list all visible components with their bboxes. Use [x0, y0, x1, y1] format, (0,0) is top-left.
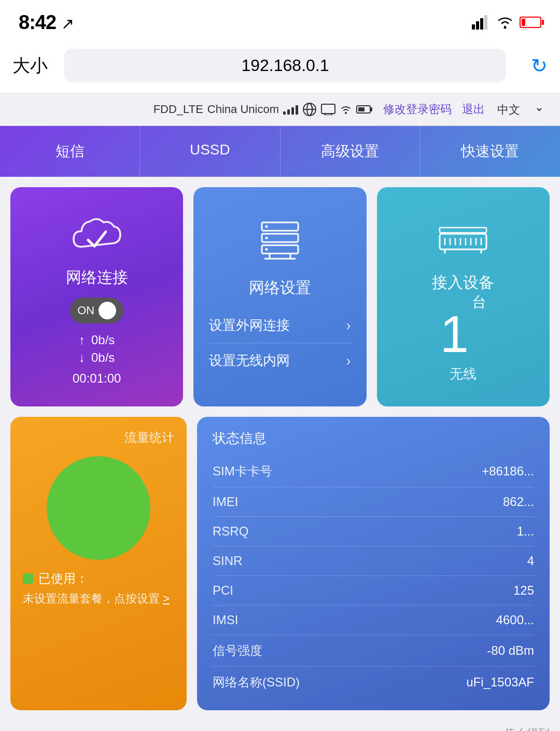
svg-point-4: [504, 26, 507, 29]
traffic-settings-link[interactable]: >: [163, 592, 170, 605]
server-icon: [254, 218, 306, 267]
status-info-title: 状态信息: [213, 429, 534, 447]
network-settings-items: 设置外网连接 › 设置无线内网 ›: [209, 308, 351, 378]
svg-point-20: [265, 237, 268, 240]
nav-tabs: 短信 USSD 高级设置 快速设置: [0, 126, 560, 177]
cards-grid: 网络连接 ON ↑ 0b/s ↓ 0b/s 00:01:00: [0, 177, 560, 417]
status-row-sim: SIM卡卡号 +86186...: [213, 456, 534, 487]
network-connection-card: 网络连接 ON ↑ 0b/s ↓ 0b/s 00:01:00: [10, 187, 183, 406]
traffic-stats-card: 流量统计 已使用： 未设置流量套餐，点按设置 >: [10, 417, 187, 710]
status-row-pci: PCI 125: [213, 576, 534, 606]
status-row-sinr: SINR 4: [213, 546, 534, 576]
status-row-imei: IMEI 862...: [213, 487, 534, 517]
upload-arrow: ↑: [79, 333, 85, 347]
traffic-note: 未设置流量套餐，点按设置 >: [23, 591, 174, 607]
carrier-info: FDD_LTE China Unicom: [153, 102, 371, 117]
toggle-circle: [99, 302, 116, 319]
wlan-settings-item[interactable]: 设置无线内网 ›: [209, 343, 351, 378]
svg-point-12: [345, 112, 347, 114]
change-password-link[interactable]: 修改登录密码: [383, 102, 452, 117]
status-rows: SIM卡卡号 +86186... IMEI 862... RSRQ 1... S…: [213, 456, 534, 698]
network-settings-card: 网络设置 设置外网连接 › 设置无线内网 ›: [193, 187, 366, 406]
svg-point-19: [265, 226, 268, 228]
svg-rect-1: [476, 21, 479, 30]
language-select[interactable]: 中文 English: [495, 103, 543, 117]
devices-count-display: 1 台: [440, 303, 487, 360]
svg-point-21: [265, 248, 268, 251]
upload-speed: ↑ 0b/s: [79, 333, 115, 347]
refresh-button[interactable]: ↻: [516, 54, 548, 77]
bottom-grid: 流量统计 已使用： 未设置流量套餐，点按设置 > 状态信息 SIM卡卡号 +86…: [0, 417, 560, 721]
devices-unit: 台: [472, 292, 486, 312]
router-device-icon: [435, 218, 492, 262]
carrier-name: China Unicom: [207, 103, 279, 116]
svg-rect-31: [440, 228, 486, 233]
status-icons: [472, 15, 541, 30]
download-arrow: ↓: [79, 350, 85, 365]
svg-rect-22: [440, 234, 486, 249]
connected-devices-title: 接入设备: [432, 272, 494, 293]
location-icon: ↗: [61, 15, 74, 32]
tab-sms[interactable]: 短信: [0, 126, 140, 177]
address-bar: 大小 192.168.0.1 ↻: [0, 41, 560, 93]
network-type: FDD_LTE: [153, 103, 203, 116]
svg-rect-8: [321, 104, 335, 114]
connection-timer: 00:01:00: [73, 371, 121, 386]
network-settings-title: 网络设置: [249, 277, 311, 299]
network-toggle[interactable]: ON: [70, 298, 123, 324]
router-signal-icon: [283, 104, 298, 115]
download-speed: ↓ 0b/s: [79, 350, 115, 365]
connected-devices-card: 接入设备 1 台 无线: [377, 187, 550, 406]
tab-quick[interactable]: 快速设置: [421, 126, 560, 177]
url-field[interactable]: 192.168.0.1: [64, 49, 506, 82]
router-wifi-icon: [340, 104, 352, 115]
wan-chevron: ›: [346, 317, 351, 334]
network-connection-title: 网络连接: [66, 267, 128, 288]
status-row-signal: 信号强度 -80 dBm: [213, 635, 534, 667]
traffic-stats-title: 流量统计: [23, 429, 174, 446]
status-row-ssid: 网络名称(SSID) uFi_1503AF: [213, 667, 534, 698]
signal-icon: [472, 15, 491, 30]
traffic-used-row: 已使用：: [23, 570, 174, 587]
wan-settings-item[interactable]: 设置外网连接 ›: [209, 308, 351, 343]
traffic-donut-chart: [23, 456, 174, 560]
used-dot: [23, 573, 33, 584]
address-left-label: 大小: [12, 54, 54, 78]
traffic-used-label: 已使用：: [38, 570, 88, 587]
wlan-chevron: ›: [346, 353, 351, 369]
svg-rect-0: [472, 24, 475, 30]
logout-link[interactable]: 退出: [462, 102, 485, 117]
svg-rect-3: [484, 15, 487, 30]
toggle-label: ON: [77, 304, 94, 317]
svg-rect-2: [480, 18, 483, 30]
status-row-rsrq: RSRQ 1...: [213, 517, 534, 546]
router-battery-icon: [356, 105, 371, 114]
tab-advanced[interactable]: 高级设置: [281, 126, 421, 177]
globe-icon: [302, 102, 317, 117]
device-icon: [321, 104, 335, 115]
router-header: FDD_LTE China Unicom: [0, 93, 560, 126]
watermark: 值么得到: [0, 721, 560, 731]
donut-circle: [47, 456, 150, 560]
header-actions[interactable]: 修改登录密码 退出 中文 English: [383, 102, 543, 117]
cloud-check-icon: [68, 213, 125, 262]
wifi-icon: [496, 15, 514, 30]
status-info-card: 状态信息 SIM卡卡号 +86186... IMEI 862... RSRQ 1…: [197, 417, 550, 710]
status-time: 8:42 ↗: [19, 11, 74, 34]
devices-connection-type: 无线: [450, 365, 477, 383]
status-row-imsi: IMSI 4600...: [213, 606, 534, 635]
status-bar: 8:42 ↗: [0, 0, 560, 41]
devices-count: 1: [440, 308, 469, 360]
battery-icon: [520, 17, 541, 28]
tab-ussd[interactable]: USSD: [140, 126, 280, 177]
